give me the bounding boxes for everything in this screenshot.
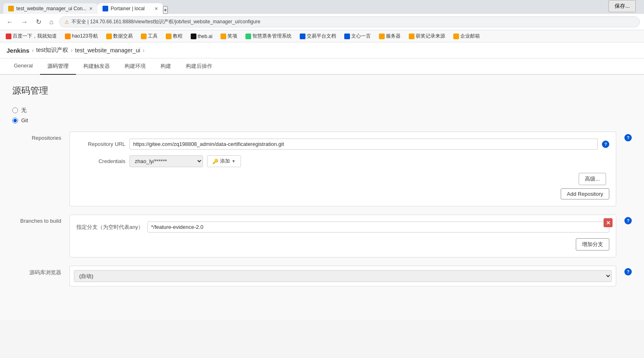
tabs-bar: General 源码管理 构建触发器 构建环境 构建 构建后操作 保存...: [0, 58, 644, 75]
bookmark-tools[interactable]: 工具: [138, 32, 160, 40]
bookmark-ticketing[interactable]: 智慧票务管理系统: [243, 32, 294, 40]
home-button[interactable]: ⌂: [47, 18, 56, 27]
add-repository-button[interactable]: Add Repository: [561, 188, 609, 199]
award-favicon: [221, 34, 226, 39]
credentials-select[interactable]: zhao_ly/******: [129, 155, 203, 167]
repo-url-help-icon[interactable]: ?: [602, 141, 609, 148]
bookmark-hao123[interactable]: hao123导航: [62, 32, 100, 40]
branch-specifier-row: 指定分支（为空时代表any）: [76, 222, 609, 233]
breadcrumb-sep2: ›: [71, 47, 73, 54]
bookmark-trading-label: 交易平台文档: [307, 33, 336, 40]
radio-none[interactable]: 无: [12, 107, 632, 114]
browser-tab-2[interactable]: Portainer | local ✕: [98, 3, 163, 14]
add-credentials-button[interactable]: 🔑 添加 ▼: [207, 155, 241, 167]
tab-env[interactable]: 构建环境: [117, 58, 153, 75]
bookmark-wenxin[interactable]: 文心一言: [342, 32, 373, 40]
tab1-close[interactable]: ✕: [89, 6, 93, 11]
radio-git-input[interactable]: [12, 118, 18, 123]
repositories-help-icon[interactable]: ?: [624, 134, 632, 141]
address-text: 不安全 | 124.70.66.161:8888/view/test知识产权/j…: [71, 18, 261, 25]
tab2-close[interactable]: ✕: [154, 6, 158, 11]
hao123-favicon: [65, 34, 71, 39]
back-button[interactable]: ←: [4, 18, 16, 27]
add-branch-row: 增加分支: [76, 238, 609, 251]
delete-branch-button[interactable]: ✕: [604, 218, 613, 227]
bookmark-server-label: 服务器: [386, 33, 401, 40]
branches-help-icon[interactable]: ?: [624, 217, 632, 224]
browser-toolbar: ← → ↻ ⌂ ⚠ 不安全 | 124.70.66.161:8888/view/…: [0, 14, 644, 30]
server-favicon: [379, 34, 385, 39]
tab-post[interactable]: 构建后操作: [178, 58, 220, 75]
bookmark-thebai[interactable]: theb.ai: [188, 33, 215, 40]
branch-specifier-input[interactable]: [147, 222, 609, 233]
bookmark-wenxin-label: 文心一言: [351, 33, 371, 40]
branches-label: Branches to build: [12, 215, 61, 257]
tab2-label: Portainer | local: [111, 6, 145, 11]
radio-git-label: Git: [21, 117, 28, 123]
bookmark-ticketing-label: 智慧票务管理系统: [252, 33, 292, 40]
repo-url-input[interactable]: [129, 139, 598, 150]
source-browser-label: 源码库浏览器: [12, 266, 61, 286]
breadcrumb-sep3: ›: [143, 47, 145, 54]
trading-favicon: [300, 34, 305, 39]
bookmark-trading[interactable]: 交易平台文档: [297, 32, 339, 40]
tab-build[interactable]: 构建: [153, 58, 178, 75]
bookmark-data[interactable]: 数据交易: [104, 32, 135, 40]
breadcrumb-project[interactable]: test知识产权: [36, 47, 69, 54]
bookmark-email[interactable]: 企业邮箱: [451, 32, 482, 40]
repo-url-label: Repository URL: [76, 141, 125, 147]
bookmark-baidu-label: 百度一下，我就知道: [13, 33, 57, 40]
bookmark-tools-label: 工具: [148, 33, 158, 40]
bookmark-awards-source-label: 获奖记录来源: [416, 33, 445, 40]
advanced-button[interactable]: 高级...: [579, 173, 606, 185]
repositories-label: Repositories: [12, 132, 61, 206]
thebai-favicon: [191, 34, 196, 39]
bookmark-baidu[interactable]: 百度一下，我就知道: [3, 32, 59, 40]
tab-general[interactable]: General: [7, 58, 40, 75]
credentials-row: Credentials zhao_ly/****** 🔑 添加 ▼: [76, 155, 609, 167]
tab2-favicon: [103, 6, 108, 11]
bookmark-tutorial-label: 教程: [173, 33, 183, 40]
section-title: 源码管理: [12, 85, 632, 97]
browser-chrome: test_website_manager_ui Con... ✕ Portain…: [0, 0, 644, 43]
repositories-section: Repositories Repository URL ? Credential…: [12, 132, 632, 206]
bookmark-email-label: 企业邮箱: [460, 33, 480, 40]
radio-git[interactable]: Git: [12, 117, 632, 123]
key-icon: 🔑: [212, 159, 218, 164]
baidu-favicon: [6, 34, 11, 39]
repositories-content: Repository URL ? Credentials zhao_ly/***…: [69, 132, 616, 206]
tab1-label: test_website_manager_ui Con...: [16, 6, 87, 11]
reload-button[interactable]: ↻: [33, 17, 44, 27]
bookmark-award-label: 奖项: [227, 33, 237, 40]
bookmark-tutorial[interactable]: 教程: [163, 32, 185, 40]
bookmark-awards-source[interactable]: 获奖记录来源: [406, 32, 448, 40]
bookmark-thebai-label: theb.ai: [198, 34, 212, 39]
ticketing-favicon: [245, 34, 251, 39]
source-browser-help-icon[interactable]: ?: [624, 268, 632, 275]
radio-group: 无 Git: [12, 107, 632, 123]
tab-source[interactable]: 源码管理: [40, 58, 76, 75]
browser-tab-1[interactable]: test_website_manager_ui Con... ✕: [3, 3, 98, 14]
address-bar[interactable]: ⚠ 不安全 | 124.70.66.161:8888/view/test知识产权…: [59, 16, 640, 27]
bookmark-award[interactable]: 奖项: [218, 32, 240, 40]
repo-url-row: Repository URL ?: [76, 139, 609, 150]
source-browser-select[interactable]: (自动): [74, 270, 612, 282]
new-tab-button[interactable]: +: [163, 6, 168, 14]
add-branch-button[interactable]: 增加分支: [576, 238, 609, 251]
jenkins-logo[interactable]: Jenkins: [7, 47, 29, 54]
radio-none-label: 无: [21, 107, 27, 114]
tab-triggers[interactable]: 构建触发器: [76, 58, 117, 75]
bookmark-data-label: 数据交易: [113, 33, 133, 40]
forward-button[interactable]: →: [19, 18, 30, 27]
radio-none-input[interactable]: [12, 107, 18, 113]
branches-content: ✕ 指定分支（为空时代表any） 增加分支: [69, 215, 616, 257]
wenxin-favicon: [344, 34, 350, 39]
data-favicon: [106, 34, 112, 39]
save-button-top[interactable]: 保存...: [608, 0, 636, 12]
bookmark-server[interactable]: 服务器: [377, 32, 403, 40]
branch-specifier-label: 指定分支（为空时代表any）: [76, 224, 143, 231]
tutorial-favicon: [166, 34, 172, 39]
breadcrumb-job[interactable]: test_website_manager_ui: [75, 47, 140, 54]
repo-buttons-row: 高级...: [76, 173, 609, 185]
source-browser-content: (自动): [69, 266, 616, 286]
